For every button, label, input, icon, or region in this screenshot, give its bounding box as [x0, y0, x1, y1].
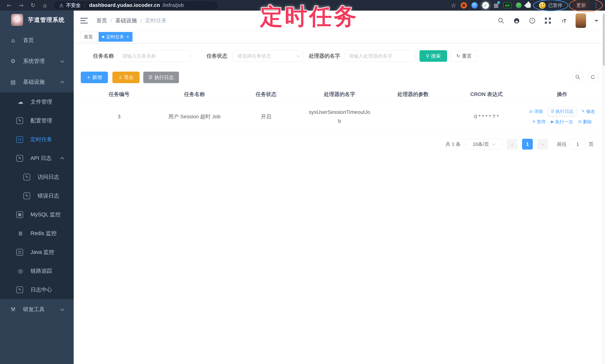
extension-blue-icon[interactable] [472, 2, 478, 9]
sidebar-item-label: 基础设施 [23, 78, 45, 86]
next-page-button[interactable]: › [537, 139, 548, 150]
sidebar-item-log-center[interactable]: ✎日志中心 [0, 280, 74, 299]
sidebar-item-job[interactable]: ◷定时任务 [0, 130, 74, 149]
action-pause[interactable]: ✕暂停 [532, 119, 546, 125]
url-divider [85, 3, 85, 8]
pause-icon: ✕ [532, 120, 536, 124]
extension-grid-icon[interactable]: ▦ [493, 2, 499, 9]
export-button[interactable]: ↓ 导出 [112, 72, 140, 83]
sidebar-item-home[interactable]: ⌂首页 [0, 30, 74, 51]
add-button[interactable]: + 新增 [81, 72, 108, 83]
reset-button[interactable]: ↻ 重置 [451, 50, 477, 62]
sidebar-item-infra[interactable]: ▤基础设施 [0, 72, 74, 92]
scrollbar-thumb[interactable] [603, 13, 605, 66]
tab-job[interactable]: 定时任务× [99, 32, 132, 42]
sidebar-collapse-icon[interactable] [80, 17, 88, 24]
close-icon[interactable]: × [126, 35, 129, 39]
sidebar-item-label: 首页 [23, 37, 34, 44]
sidebar-item-mysql[interactable]: ▦MySQL 监控 [0, 205, 74, 224]
sidebar-item-file[interactable]: ☁文件管理 [0, 92, 74, 111]
breadcrumb-item: 定时任务 [145, 17, 167, 24]
sidebar-item-config[interactable]: ✎配置管理 [0, 111, 74, 130]
page-size-select[interactable]: 10条/页 [465, 139, 502, 150]
fullscreen-icon[interactable] [544, 17, 552, 24]
cell-job-status: 开启 [229, 102, 303, 131]
table-toolbar-right [572, 72, 598, 82]
action-exec-log[interactable]: ☰执行日志 [548, 107, 576, 116]
chevron-up-icon [60, 157, 64, 161]
sidebar-item-error-log[interactable]: ✎错误日志 [0, 186, 74, 205]
app-logo[interactable]: 芋道管理系统 [0, 11, 74, 28]
extensions-puzzle-icon[interactable] [526, 3, 531, 8]
extension-plant-icon[interactable] [516, 3, 522, 8]
user-avatar[interactable] [576, 13, 586, 28]
toolbox-icon: ⚒ [9, 307, 17, 312]
job-name-input[interactable] [118, 50, 191, 62]
eye-icon: ◎ [16, 268, 25, 274]
user-menu-caret-icon[interactable] [595, 20, 598, 24]
refresh-icon[interactable] [588, 72, 598, 82]
eye-icon: ◎ [529, 109, 532, 113]
action-delete[interactable]: ⊟删除 [579, 119, 592, 125]
breadcrumb-separator: / [140, 18, 142, 24]
breadcrumb-item[interactable]: 首页 [96, 17, 107, 24]
sidebar-item-trace[interactable]: ◎链路追踪 [0, 261, 74, 280]
sidebar-item-label: API 日志 [30, 155, 52, 162]
search-icon[interactable] [498, 17, 505, 24]
extension-orange-icon[interactable] [461, 2, 467, 9]
on-badge[interactable]: on [503, 2, 512, 8]
handler-name-label: 处理器的名字 [309, 52, 340, 60]
forward-icon[interactable]: → [16, 2, 26, 9]
job-name-label: 任务名称 [93, 52, 114, 60]
chevron-up-icon [60, 81, 64, 85]
breadcrumb-item[interactable]: 基础设施 [115, 17, 137, 24]
monitor-icon: ▤ [9, 79, 17, 85]
action-edit[interactable]: ✎修改 [581, 108, 595, 114]
home-icon[interactable]: ⌂ [39, 2, 50, 9]
sidebar-item-devtool[interactable]: ⚒研发工具 [0, 299, 74, 320]
help-icon[interactable]: ? [529, 17, 536, 24]
action-detail[interactable]: ◎详细 [529, 108, 543, 114]
tabs-bar: 首页定时任务× [74, 31, 605, 43]
sidebar-item-access-log[interactable]: ✎访问日志 [0, 168, 74, 186]
extension-paused-badge[interactable]: 已暂停 [535, 1, 566, 10]
extension-check-icon[interactable]: ✓ [482, 2, 489, 9]
sidebar-item-api-log[interactable]: ✎API 日志 [0, 149, 74, 168]
toggle-search-icon[interactable] [572, 72, 583, 82]
table-row: 3用户 Session 超时 Job开启sysUserSessionTimeou… [78, 102, 601, 131]
prev-page-button[interactable]: ‹ [507, 139, 518, 150]
sidebar-item-java[interactable]: ◫Java 监控 [0, 243, 74, 261]
sidebar-item-system[interactable]: ⚙系统管理 [0, 51, 74, 72]
browser-chrome: ← → ↻ ⌂ ⚠ 不安全 dashboard.yudao.iocoder.cn… [0, 0, 605, 11]
github-icon[interactable] [513, 17, 520, 24]
page-1-button[interactable]: 1 [522, 139, 533, 150]
address-bar[interactable]: ⚠ 不安全 dashboard.yudao.iocoder.cn /infra/… [54, 1, 218, 10]
sidebar-item-label: 访问日志 [38, 173, 59, 181]
sidebar-item-redis[interactable]: ≣Redis 监控 [0, 224, 74, 243]
column-header: 任务名称 [160, 87, 229, 102]
sidebar-item-label: 研发工具 [23, 306, 45, 313]
play-icon: ▶ [551, 120, 554, 124]
logo-avatar [11, 14, 23, 26]
job-status-select[interactable]: 请选择任务状态 [233, 50, 303, 62]
back-icon[interactable]: ← [4, 2, 14, 9]
chevron-down-icon [60, 307, 64, 311]
column-header: CRON 表达式 [450, 87, 523, 102]
update-button[interactable]: 更新 [573, 0, 590, 10]
tab-home[interactable]: 首页 [80, 32, 96, 42]
goto-page-input[interactable] [570, 139, 586, 150]
goto-label: 前往 [557, 141, 567, 147]
filter-form: 任务名称 任务状态 请选择任务状态 处理器的名字 ⚲ 搜索 ↻ 重置 [93, 50, 477, 62]
url-host: dashboard.yudao.iocoder.cn [89, 2, 160, 8]
action-run-once[interactable]: ▶执行一次 [551, 119, 573, 125]
column-header: 处理器的名字 [303, 87, 376, 102]
chevron-down-icon [297, 54, 300, 57]
browser-menu-icon[interactable]: ⋮ [593, 2, 599, 8]
exec-log-button[interactable]: ☰ 执行日志 [143, 72, 179, 83]
search-button[interactable]: ⚲ 搜索 [420, 50, 447, 62]
scrollbar[interactable] [602, 11, 605, 364]
bookmark-star-icon[interactable]: ☆ [451, 2, 456, 9]
handler-name-input[interactable] [344, 50, 415, 62]
font-size-icon[interactable]: TT [560, 17, 567, 24]
reload-icon[interactable]: ↻ [27, 2, 38, 9]
